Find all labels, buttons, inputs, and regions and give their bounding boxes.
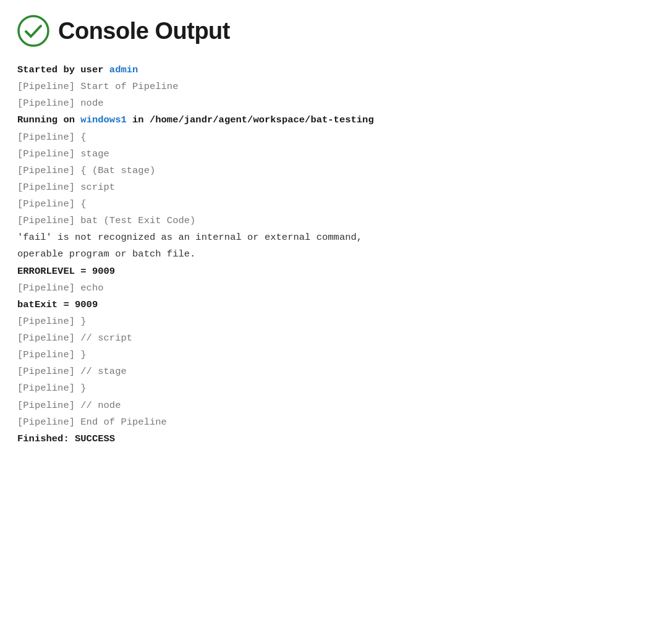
- agent-windows1-link[interactable]: windows1: [80, 114, 126, 125]
- line-pipeline-script-end: [Pipeline] // script: [17, 330, 637, 347]
- line-pipeline-stage-end: [Pipeline] // stage: [17, 363, 637, 380]
- line-started-by: Started by user admin: [17, 62, 637, 78]
- user-admin-link[interactable]: admin: [109, 64, 138, 75]
- line-pipeline-node-end: [Pipeline] // node: [17, 397, 637, 414]
- line-pipeline-bat: [Pipeline] bat (Test Exit Code): [17, 213, 637, 229]
- line-pipeline-stage: [Pipeline] stage: [17, 146, 637, 163]
- svg-point-0: [19, 16, 48, 46]
- line-running-on: Running on windows1 in /home/jandr/agent…: [17, 112, 637, 129]
- line-errorlevel: ERRORLEVEL = 9009: [17, 263, 637, 280]
- success-check-icon: [17, 15, 49, 47]
- line-finished: Finished: SUCCESS: [17, 431, 637, 447]
- line-pipeline-close2: [Pipeline] }: [17, 347, 637, 363]
- line-pipeline-start: [Pipeline] Start of Pipeline: [17, 78, 637, 95]
- line-batexit: batExit = 9009: [17, 297, 637, 313]
- line-error2: operable program or batch file.: [17, 246, 637, 263]
- line-pipeline-echo: [Pipeline] echo: [17, 280, 637, 297]
- line-pipeline-bat-stage: [Pipeline] { (Bat stage): [17, 163, 637, 179]
- line-pipeline-end: [Pipeline] End of Pipeline: [17, 414, 637, 431]
- line-pipeline-node: [Pipeline] node: [17, 95, 637, 112]
- line-pipeline-brace1: [Pipeline] {: [17, 129, 637, 146]
- page-title: Console Output: [58, 18, 230, 44]
- line-pipeline-script: [Pipeline] script: [17, 179, 637, 196]
- console-output: Started by user admin [Pipeline] Start o…: [17, 62, 637, 447]
- line-error1: 'fail' is not recognized as an internal …: [17, 229, 637, 246]
- line-pipeline-brace2: [Pipeline] {: [17, 196, 637, 213]
- page-header: Console Output: [17, 15, 637, 47]
- line-pipeline-close3: [Pipeline] }: [17, 380, 637, 397]
- line-pipeline-close1: [Pipeline] }: [17, 313, 637, 330]
